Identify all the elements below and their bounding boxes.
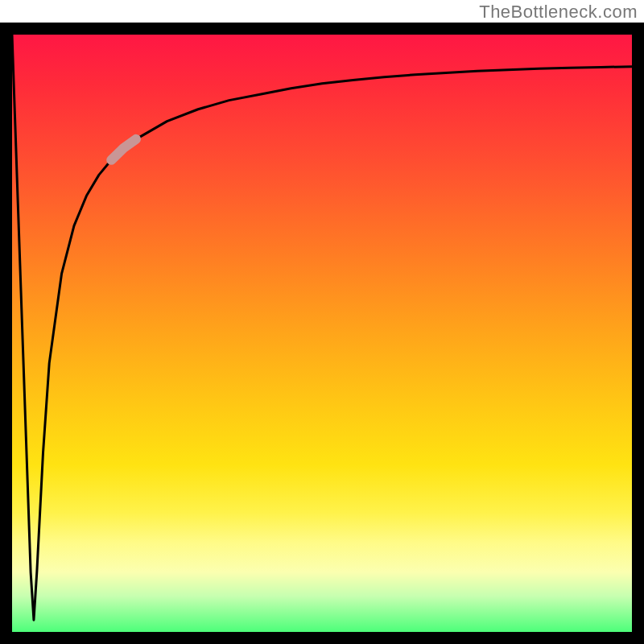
plot-area [12,35,632,632]
chart-frame [0,23,644,644]
bottleneck-curve [12,35,632,620]
curve-svg [12,35,632,632]
chart-container: TheBottleneck.com [0,0,644,644]
attribution-text: TheBottleneck.com [479,2,638,23]
curve-highlight-icon [111,139,136,160]
